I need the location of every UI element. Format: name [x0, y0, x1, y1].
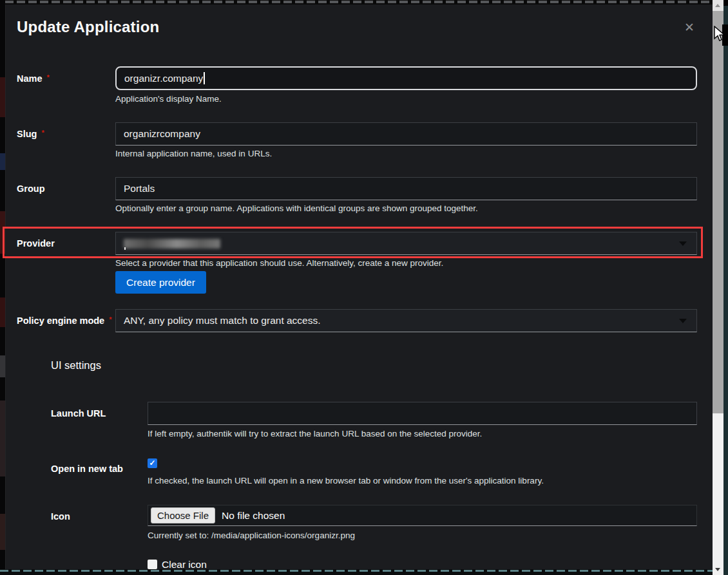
name-field-label: Name* [17, 73, 50, 84]
icon-field-label: Icon [51, 511, 70, 522]
group-input[interactable]: Portals [115, 177, 697, 200]
icon-file-input[interactable]: Choose File No file chosen [148, 505, 697, 526]
open-in-new-tab-checkbox[interactable]: ✓ [148, 458, 157, 468]
provider-select[interactable] [115, 232, 697, 255]
update-application-modal: Update Application ✕ Name* organizr.comp… [5, 5, 713, 569]
slug-help-text: Internal application name, used in URLs. [115, 149, 272, 158]
file-chosen-status: No file chosen [222, 510, 285, 522]
chevron-down-icon [679, 319, 687, 323]
close-icon[interactable]: ✕ [682, 21, 696, 35]
vertical-scrollbar[interactable] [713, 0, 723, 575]
arrow-down-icon [715, 568, 720, 571]
window-edge-notch [723, 0, 728, 6]
arrow-up-icon [715, 4, 720, 7]
background-fragment [0, 77, 5, 117]
slug-input[interactable]: organizrcompany [115, 122, 697, 146]
modal-title: Update Application [17, 18, 159, 36]
scrollbar-thumb[interactable] [713, 11, 723, 413]
open-in-new-tab-help-text: If checked, the launch URL will open in … [148, 476, 544, 485]
launch-url-label: Launch URL [51, 408, 106, 419]
page-edge-bottom [0, 569, 723, 575]
ui-settings-header: UI settings [51, 359, 101, 372]
background-fragment [0, 401, 5, 476]
page-edge-top [5, 0, 713, 5]
name-help-text: Application's display Name. [115, 94, 222, 104]
launch-url-input[interactable] [148, 402, 697, 425]
create-provider-button[interactable]: Create provider [115, 271, 206, 294]
slug-field-label: Slug* [17, 129, 44, 139]
provider-field-label: Provider [17, 238, 55, 249]
group-help-text: Optionally enter a group name. Applicati… [115, 203, 478, 213]
provider-help-text: Select a provider that this application … [115, 258, 443, 268]
background-fragment [0, 355, 5, 377]
launch-url-help-text: If left empty, authentik will try to ext… [148, 429, 482, 438]
policy-engine-mode-label: Policy engine mode* [17, 316, 111, 326]
chevron-down-icon [679, 241, 687, 246]
background-page-edge [0, 0, 5, 575]
redacted-value-mark [124, 247, 126, 250]
choose-file-button[interactable]: Choose File [151, 507, 215, 523]
required-asterisk: * [109, 316, 111, 323]
scroll-down-button[interactable] [713, 564, 723, 575]
background-fragment [0, 297, 5, 327]
name-input[interactable]: organizr.company [115, 66, 697, 90]
required-asterisk: * [41, 129, 44, 137]
window-edge-strip [723, 0, 728, 575]
scroll-up-button[interactable] [713, 0, 723, 11]
check-icon: ✓ [149, 458, 155, 467]
background-fragment [0, 211, 5, 254]
redacted-provider-value [124, 239, 220, 249]
group-field-label: Group [17, 184, 45, 194]
icon-help-text: Currently set to: /media/application-ico… [148, 531, 355, 540]
background-fragment [0, 153, 5, 170]
policy-engine-mode-select[interactable]: ANY, any policy must match to grant acce… [115, 309, 697, 332]
required-asterisk: * [47, 73, 50, 81]
open-in-new-tab-label: Open in new tab [51, 464, 123, 474]
text-cursor [204, 72, 205, 84]
background-fragment [0, 514, 5, 550]
clear-icon-checkbox[interactable] [148, 560, 157, 569]
window-edge-notch [722, 24, 728, 46]
